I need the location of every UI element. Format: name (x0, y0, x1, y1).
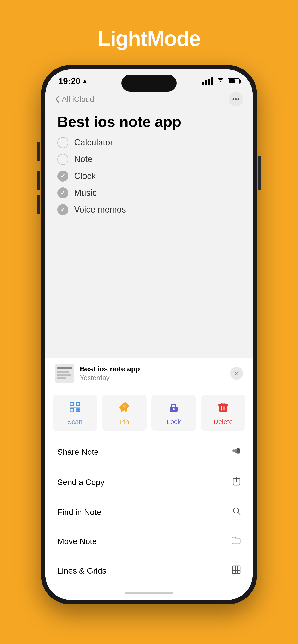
move-note-label: Move Note (57, 537, 97, 546)
svg-rect-12 (78, 410, 80, 412)
pin-icon (118, 401, 130, 415)
battery-icon (228, 78, 240, 84)
status-bar: 19:20 (45, 70, 253, 89)
checkbox-4[interactable] (57, 187, 68, 198)
bottom-sheet: Best ios note app Yesterday (45, 358, 253, 600)
page-title: LightMode (98, 26, 200, 51)
find-in-note-item[interactable]: Find in Note (45, 498, 253, 527)
checkbox-3[interactable] (57, 170, 68, 182)
checklist-label-4: Music (74, 188, 97, 198)
share-note-icon (232, 446, 241, 457)
svg-point-31 (233, 508, 239, 513)
lock-button[interactable]: Lock (152, 394, 196, 431)
send-copy-icon (232, 476, 241, 488)
status-time: 19:20 (58, 76, 88, 86)
nav-bar: All iCloud (45, 89, 253, 109)
move-note-item[interactable]: Move Note (45, 527, 253, 556)
phone-screen: 19:20 (45, 70, 253, 600)
svg-rect-7 (70, 408, 73, 412)
send-copy-label: Send a Copy (57, 478, 105, 487)
pin-button[interactable]: Pin (102, 394, 146, 431)
note-preview-row: Best ios note app Yesterday (45, 358, 253, 389)
note-preview-info: Best ios note app Yesterday (80, 365, 224, 382)
note-preview-date: Yesterday (80, 374, 224, 382)
grid-icon (232, 566, 241, 576)
lock-icon (168, 401, 180, 415)
svg-rect-10 (78, 408, 80, 410)
note-title: Best ios note app (57, 114, 241, 130)
dynamic-island (121, 75, 177, 92)
delete-label: Delete (214, 418, 233, 426)
svg-point-15 (173, 408, 175, 410)
note-content: Best ios note app Calculator Note Clock … (45, 109, 253, 358)
delete-button[interactable]: Delete (201, 394, 245, 431)
svg-rect-33 (232, 566, 240, 574)
scan-button[interactable]: Scan (53, 394, 97, 431)
scan-icon (69, 401, 81, 415)
svg-rect-9 (76, 408, 78, 410)
search-icon (232, 507, 241, 517)
checklist-label-1: Calculator (74, 138, 113, 148)
checklist-item: Music (57, 187, 241, 198)
svg-point-0 (233, 98, 234, 100)
status-icons (202, 78, 240, 85)
back-label: All iCloud (62, 95, 94, 104)
scan-label: Scan (67, 418, 83, 426)
lines-grids-item[interactable]: Lines & Grids (45, 556, 253, 586)
checkbox-1[interactable] (57, 137, 68, 148)
svg-line-32 (238, 513, 240, 514)
svg-point-1 (235, 98, 237, 100)
phone-shell: 19:20 (41, 65, 257, 604)
send-copy-item[interactable]: Send a Copy (45, 467, 253, 498)
svg-rect-6 (76, 402, 80, 406)
lines-grids-label: Lines & Grids (57, 566, 106, 576)
checklist-label-2: Note (74, 154, 92, 164)
checkbox-2[interactable] (57, 154, 68, 165)
home-bar (125, 592, 173, 594)
action-buttons-row: Scan Pin (45, 389, 253, 437)
trash-icon (217, 401, 229, 415)
wifi-icon (217, 78, 224, 85)
checklist-item: Voice memos (57, 204, 241, 215)
note-preview-name: Best ios note app (80, 365, 224, 373)
find-in-note-label: Find in Note (57, 508, 101, 517)
location-icon (82, 78, 88, 84)
share-note-item[interactable]: Share Note (45, 437, 253, 467)
checklist-label-3: Clock (74, 171, 96, 181)
svg-rect-5 (70, 402, 73, 406)
checklist-item: Calculator (57, 137, 241, 148)
lock-label: Lock (167, 418, 181, 426)
svg-point-13 (123, 405, 126, 408)
more-button[interactable] (229, 92, 243, 106)
svg-point-2 (238, 98, 239, 100)
checkbox-5[interactable] (57, 204, 68, 215)
svg-rect-18 (218, 404, 228, 406)
home-indicator (45, 586, 253, 600)
signal-bars-icon (202, 78, 213, 85)
share-note-label: Share Note (57, 447, 99, 457)
checklist-item: Note (57, 154, 241, 165)
checklist-item: Clock (57, 170, 241, 182)
menu-items: Share Note (45, 437, 253, 586)
svg-rect-11 (76, 410, 78, 412)
checklist-label-5: Voice memos (74, 204, 126, 215)
svg-point-28 (237, 449, 240, 453)
pin-label: Pin (119, 418, 129, 426)
note-thumbnail (55, 364, 74, 383)
close-button[interactable] (230, 367, 243, 380)
folder-icon (232, 536, 241, 546)
back-button[interactable]: All iCloud (55, 95, 94, 104)
